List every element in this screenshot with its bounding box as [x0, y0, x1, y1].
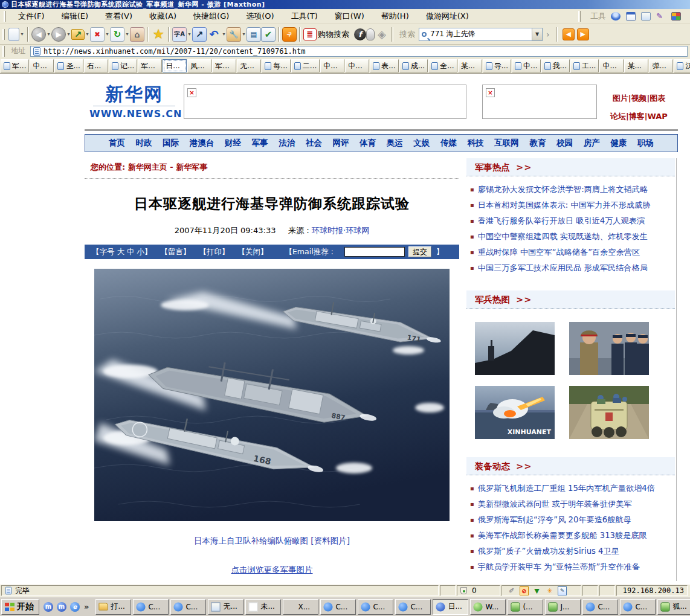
browser-tab[interactable]: 工... — [570, 59, 599, 72]
article-photo[interactable]: 171 887 — [94, 269, 450, 521]
news-link[interactable]: 中国三万多军工技术应用民品 形成军民结合格局 — [478, 263, 648, 272]
nav-link[interactable]: 健康 — [610, 138, 627, 149]
menu-item[interactable]: 帮助(H) — [373, 10, 418, 23]
browser-tab[interactable]: 日... — [163, 59, 187, 72]
taskbar-button[interactable]: C... — [320, 599, 356, 615]
maxthon-quicklaunch-icon[interactable]: m — [44, 602, 53, 612]
ie-quicklaunch-icon[interactable]: e — [70, 602, 80, 612]
browser-tab[interactable]: 圣... — [54, 59, 83, 72]
refresh-dropdown[interactable]: ▾ — [124, 31, 130, 37]
browser-tab[interactable]: 中... — [30, 59, 54, 72]
news-link[interactable]: 俄罗斯飞机制造工厂重组 15年内军机产量欲增4倍 — [478, 484, 655, 493]
translate-button[interactable]: 字A — [172, 27, 187, 42]
diamond-icon[interactable]: ◈ — [375, 27, 389, 42]
more-photos-link[interactable]: 点击浏览更多军事图片 — [231, 565, 313, 574]
taskbar-button[interactable]: C... — [170, 599, 206, 615]
new-page-button[interactable] — [8, 28, 19, 41]
news-link[interactable]: 美海军作战部长称美需要更多舰船 313艘是底限 — [478, 531, 647, 540]
menu-item[interactable]: 查看(V) — [97, 10, 141, 23]
nav-link[interactable]: 军事 — [252, 138, 268, 149]
address-url[interactable]: http://news.xinhuanet.com/mil/2007-11/20… — [44, 47, 305, 56]
nav-link[interactable]: 国际 — [163, 138, 179, 149]
nav-link[interactable]: 社会 — [306, 138, 322, 149]
search-go-chevron[interactable]: › — [546, 30, 550, 39]
nav-link[interactable]: 财经 — [225, 138, 241, 149]
taskbar-button[interactable]: C... — [133, 599, 169, 615]
browser-tab[interactable]: 中... — [599, 59, 624, 72]
menu-item[interactable]: 选项(O) — [237, 10, 282, 23]
nav-link[interactable]: 时政 — [135, 138, 152, 149]
trash-icon[interactable] — [460, 587, 467, 594]
article-tool-button[interactable]: 【字号 大 中 小】 — [92, 247, 152, 257]
news-link[interactable]: 宇航员学开装甲车 为“亚特兰蒂斯”升空作准备 — [478, 562, 640, 571]
section-header[interactable]: 军兵热图>> — [466, 290, 675, 309]
menu-item[interactable]: 收藏(A) — [141, 10, 185, 23]
mouse-gesture-status-icon[interactable]: ✐ — [507, 586, 516, 595]
start-button[interactable]: 开始 — [1, 599, 39, 615]
window-icon[interactable] — [626, 12, 636, 21]
undo-dropdown[interactable]: ▾ — [221, 31, 227, 37]
taskbar-button[interactable]: 无... — [208, 599, 243, 615]
maxthon-quicklaunch-icon[interactable]: m — [57, 602, 66, 612]
browser-tab[interactable]: 弹... — [649, 59, 673, 72]
browser-tab[interactable]: 我... — [541, 59, 570, 72]
taskbar-button[interactable]: X... — [283, 599, 318, 615]
section-header[interactable]: 装备动态>> — [466, 457, 675, 475]
nav-link[interactable]: 职场 — [637, 138, 654, 149]
nav-link[interactable]: 互联网 — [494, 138, 519, 149]
browser-tab[interactable]: 某... — [624, 59, 648, 72]
favorites-star-icon[interactable]: ★ — [151, 27, 166, 42]
nav-link[interactable]: 文娱 — [413, 138, 430, 149]
taskbar-button[interactable]: 未... — [245, 599, 281, 615]
taskbar-button[interactable]: (... — [508, 599, 543, 615]
stop-button[interactable]: ✖ — [90, 27, 105, 42]
logo-text[interactable]: 新华网 — [89, 85, 179, 104]
taskbar-button[interactable]: W... — [470, 599, 506, 615]
taskbar-button[interactable]: 日... — [433, 599, 468, 615]
menu-item[interactable]: 工具(T) — [283, 10, 326, 23]
nav-link[interactable]: 房产 — [584, 138, 600, 149]
tools-button[interactable]: 🔧 — [227, 27, 241, 42]
armored-vehicle-thumbnail[interactable] — [569, 386, 649, 439]
taskbar-button[interactable]: C... — [620, 599, 656, 615]
nav-link[interactable]: 传媒 — [440, 138, 457, 149]
taskbar-button[interactable]: C... — [582, 599, 618, 615]
source-link[interactable]: 环球时报·环球网 — [312, 226, 369, 235]
browser-tab[interactable]: 石... — [84, 59, 108, 72]
browser-tab[interactable]: 全... — [428, 59, 457, 72]
browser-tab[interactable]: 导... — [483, 59, 511, 72]
menu-item[interactable]: 快捷组(G) — [185, 10, 237, 23]
browser-tab[interactable]: 二... — [291, 59, 320, 72]
home-button[interactable]: ⌂ — [130, 27, 144, 42]
forward-button[interactable]: ▶ — [51, 27, 66, 42]
news-link[interactable]: 美新型微波武器问世 或于明年装备驻伊美军 — [478, 499, 632, 509]
news-link[interactable]: 重战时保障 中国空军“战略储备”百余空余营区 — [478, 248, 640, 257]
undo-button[interactable]: ↶ — [207, 27, 221, 42]
back-button[interactable]: ◀ — [31, 27, 46, 42]
rss-icon[interactable]: » — [282, 27, 297, 42]
email-input[interactable] — [344, 247, 405, 257]
nav-link[interactable]: 港澳台 — [190, 138, 214, 149]
taskbar-button[interactable]: 打... — [95, 599, 131, 615]
news-link[interactable]: 廖锡龙孙大发撰文怀念洪学智:两膺上将文韬武略 — [478, 185, 648, 194]
mouse-gesture-icon[interactable] — [366, 28, 375, 40]
carrier-thumbnail[interactable] — [475, 322, 555, 375]
browser-tab[interactable]: 某... — [458, 59, 482, 72]
taskbar-button[interactable]: C... — [395, 599, 431, 615]
back-dropdown[interactable]: ▾ — [46, 31, 51, 37]
notepad-icon[interactable] — [641, 12, 651, 21]
quick-links-media[interactable]: 图片|视频|图表 — [610, 89, 668, 107]
overflow-chevron-icon[interactable]: » — [84, 602, 89, 611]
taskbar-button[interactable]: J... — [545, 599, 581, 615]
nav-link[interactable]: 教育 — [529, 138, 546, 149]
browser-tab[interactable]: 表... — [370, 59, 398, 72]
officers-thumbnail[interactable] — [569, 322, 649, 375]
menu-item[interactable]: 傲游网址(X) — [418, 10, 477, 23]
browser-tab[interactable]: 中... — [320, 59, 344, 72]
user-icon[interactable] — [611, 12, 621, 21]
nav-link[interactable]: 首页 — [109, 138, 125, 149]
palette-icon[interactable] — [671, 12, 681, 21]
browser-tab[interactable]: 军... — [1, 59, 29, 72]
address-input[interactable]: http://news.xinhuanet.com/mil/2007-11/20… — [30, 46, 688, 57]
external-window-button[interactable]: ↗ — [192, 27, 207, 42]
